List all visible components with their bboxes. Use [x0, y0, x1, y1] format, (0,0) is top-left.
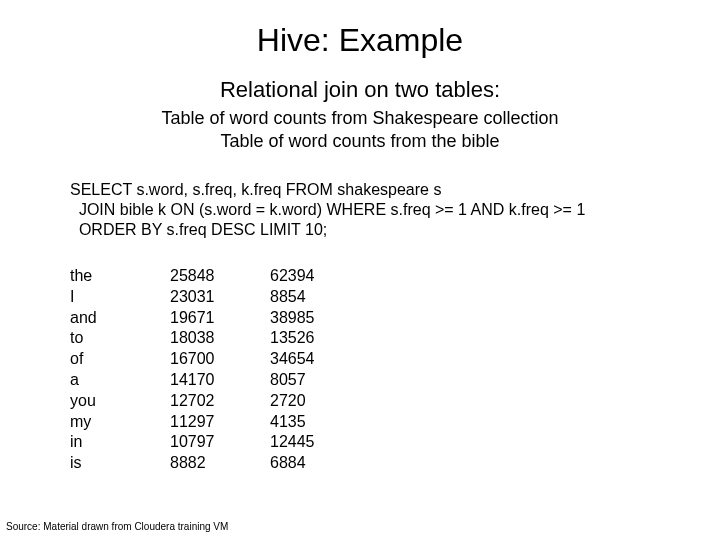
result-col-word: the I and to of a you my in is	[70, 266, 170, 474]
table-cell: my	[70, 413, 91, 430]
page-title: Hive: Example	[0, 0, 720, 59]
desc-line-1: Table of word counts from Shakespeare co…	[0, 107, 720, 130]
table-cell: 8854	[270, 288, 306, 305]
subtitle: Relational join on two tables:	[0, 77, 720, 103]
table-cell: 16700	[170, 350, 215, 367]
table-cell: 19671	[170, 309, 215, 326]
table-cell: is	[70, 454, 82, 471]
table-cell: 12702	[170, 392, 215, 409]
sql-line-3: ORDER BY s.freq DESC LIMIT 10;	[70, 221, 327, 238]
table-cell: 34654	[270, 350, 315, 367]
table-cell: to	[70, 329, 83, 346]
description: Table of word counts from Shakespeare co…	[0, 107, 720, 152]
table-cell: of	[70, 350, 83, 367]
table-cell: 38985	[270, 309, 315, 326]
sql-line-2: JOIN bible k ON (s.word = k.word) WHERE …	[70, 201, 585, 218]
table-cell: 14170	[170, 371, 215, 388]
table-cell: 23031	[170, 288, 215, 305]
desc-line-2: Table of word counts from the bible	[0, 130, 720, 153]
table-cell: in	[70, 433, 82, 450]
table-cell: I	[70, 288, 74, 305]
table-cell: 12445	[270, 433, 315, 450]
table-cell: 10797	[170, 433, 215, 450]
result-col-kfreq: 62394 8854 38985 13526 34654 8057 2720 4…	[270, 266, 370, 474]
table-cell: a	[70, 371, 79, 388]
table-cell: 2720	[270, 392, 306, 409]
table-cell: 11297	[170, 413, 215, 430]
table-cell: the	[70, 267, 92, 284]
source-attribution: Source: Material drawn from Cloudera tra…	[6, 521, 228, 532]
table-cell: and	[70, 309, 97, 326]
table-cell: 4135	[270, 413, 306, 430]
table-cell: 8882	[170, 454, 206, 471]
table-cell: 62394	[270, 267, 315, 284]
table-cell: 13526	[270, 329, 315, 346]
query-results: the I and to of a you my in is 25848 230…	[70, 266, 720, 474]
table-cell: you	[70, 392, 96, 409]
sql-query: SELECT s.word, s.freq, k.freq FROM shake…	[70, 180, 720, 240]
table-cell: 8057	[270, 371, 306, 388]
table-cell: 18038	[170, 329, 215, 346]
result-col-sfreq: 25848 23031 19671 18038 16700 14170 1270…	[170, 266, 270, 474]
table-cell: 6884	[270, 454, 306, 471]
table-cell: 25848	[170, 267, 215, 284]
slide: Hive: Example Relational join on two tab…	[0, 0, 720, 540]
sql-line-1: SELECT s.word, s.freq, k.freq FROM shake…	[70, 181, 441, 198]
